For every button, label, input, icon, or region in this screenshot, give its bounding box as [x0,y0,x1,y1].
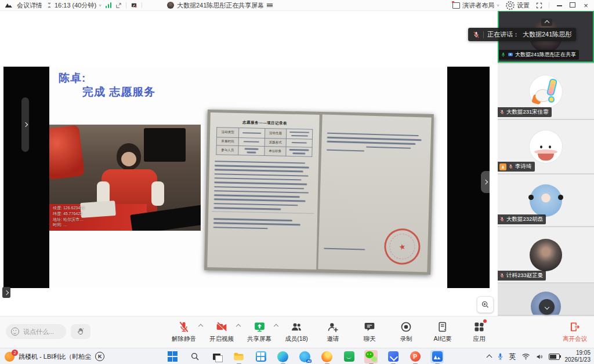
wps-button[interactable]: P [408,350,422,363]
tencent-meeting-button[interactable] [430,350,444,363]
titlebar: 会议详情 16:13 (40分钟) ˅ 大数据241陈思彤正在共享屏幕 演讲者布… [0,0,594,11]
quark-browser-button[interactable]: AI [298,350,312,363]
quick-chat-pill[interactable] [6,324,66,339]
volunteer-photo: 经度: 126.623412 纬度: 45.776422 地址: 哈尔滨市… 时… [49,125,201,231]
windows-taskbar: 2 跳楼机 - LBI利比（时柏尘 K AI P 英 [0,348,594,364]
members-button[interactable]: 成员(18) [285,321,308,343]
stage-prev-button[interactable] [2,287,10,298]
divider [126,2,126,8]
open-window-icon[interactable] [115,2,122,9]
participant-tile[interactable]: 李诗琦 [498,120,594,173]
kugou-k-icon[interactable]: K [95,352,104,361]
form-value [238,137,265,146]
tray-date: 2026/1/23 [565,356,591,364]
handwriting-line [214,199,306,202]
apps-button[interactable]: 应用 [468,321,491,343]
sidebar-expand-down-button[interactable] [539,299,555,315]
network-signal-icon[interactable] [106,2,112,8]
microsoft-store-button[interactable] [254,350,267,363]
fullscreen-icon[interactable] [536,2,542,9]
sharer-avatar [167,2,174,9]
more-options-caret[interactable] [198,324,203,329]
unmute-button[interactable]: 解除静音 [172,321,196,343]
app-store-button[interactable] [342,350,356,363]
blue-app-button[interactable] [386,350,400,363]
photo-shape-sleeve [151,181,164,206]
participant-namebar: 李诗琦 [498,162,535,172]
photo-watermark: 经度: 126.623412 纬度: 45.776422 地址: 哈尔滨市… 时… [53,206,85,228]
sharing-menu-icon[interactable] [267,3,273,8]
clock-widget[interactable]: 19:05 2026/1/23 [565,350,591,364]
button-label: 应用 [473,335,486,343]
leave-meeting-button[interactable]: 离开会议 [563,321,587,343]
task-view-button[interactable] [210,350,223,363]
photo-shape-banner [49,125,85,180]
camera-off-icon [215,321,228,333]
participant-name: 大数据231宋佳蓉 [506,108,549,116]
avatar-shape [528,195,534,200]
participant-name: 大数据232胡磊 [506,216,543,223]
toolbar-button-group: 解除静音 开启视频 共享屏幕 成员(18) 邀请 [172,321,491,343]
avatar-shape [540,145,542,148]
wifi-icon[interactable] [521,353,530,360]
invite-button[interactable]: 邀请 [321,321,345,343]
photo-shape-box [80,201,116,218]
handwriting-line [213,207,281,210]
titlebar-left: 会议详情 16:13 (40分钟) ˅ [0,1,142,10]
handwriting-line [327,132,419,136]
shared-screen-stage: 陈卓: 完成 志愿服务 经度: 126.6 [0,10,498,316]
settings-label: 设置 [517,1,530,10]
now-playing-widget[interactable]: 2 跳楼机 - LBI利比（时柏尘 K [5,348,104,364]
battery-icon[interactable] [549,354,560,360]
participant-tile[interactable]: 大数据232胡磊 [498,174,594,226]
handwriting-line [366,146,411,149]
minimize-button[interactable] [556,2,563,9]
share-screen-button[interactable]: 共享屏幕 [247,321,271,343]
start-video-button[interactable]: 开启视频 [209,321,234,343]
handwriting-line [215,169,303,173]
mic-muted-icon [508,164,513,169]
search-button[interactable] [188,350,201,363]
sharing-status-tab[interactable]: 大数据241陈思彤正在共享屏幕 [167,1,273,10]
whiteboard-pen-icon[interactable] [131,2,137,9]
tray-mic-icon[interactable] [497,352,504,361]
chat-button[interactable]: 聊天 [358,321,381,343]
meeting-details-button[interactable]: 会议详情 [17,1,42,10]
hidden-icons-chevron[interactable] [486,355,492,361]
zoom-in-button[interactable] [477,296,494,313]
wechat-button[interactable] [364,350,378,363]
sidebar-collapse-tab[interactable] [481,171,490,193]
chevron-down-icon [544,304,549,309]
chevron-up-icon [544,20,549,24]
ai-notes-button[interactable]: AI纪要 [431,321,454,343]
more-options-caret[interactable] [274,324,278,329]
record-icon [400,321,412,333]
record-button[interactable]: 录制 [394,321,418,343]
close-button[interactable]: × [582,1,589,10]
system-tray: 英 19:05 2026/1/23 [487,348,591,364]
sidebar-collapse-up-button[interactable] [541,19,552,26]
more-options-caret[interactable] [236,324,241,329]
settings-button[interactable]: 设置 [506,1,530,10]
layout-icon [452,2,460,9]
emoji-icon[interactable] [11,327,19,336]
layout-switch-button[interactable]: 演讲者布局 ˅ [452,1,499,10]
slide-nav-pill[interactable] [21,97,29,152]
speaking-name: 大数据241陈思彤 [523,30,571,39]
file-explorer-button[interactable] [232,350,245,363]
quick-chat-input[interactable] [22,327,63,336]
raise-hand-button[interactable] [71,324,90,339]
maximize-button[interactable] [569,2,576,9]
input-method-indicator[interactable]: 英 [509,352,516,362]
firefox-button[interactable] [320,350,334,363]
participant-tile[interactable]: 计科233赵芷曼 [498,227,594,282]
meeting-timer[interactable]: 16:13 (40分钟) ˅ [46,1,102,10]
tencent-meeting-icon [432,351,443,362]
participant-namebar: 大数据231宋佳蓉 [498,107,552,117]
speaker-icon[interactable] [535,353,544,361]
participant-tile[interactable]: 大数据231宋佳蓉 [498,64,594,119]
edge-button[interactable] [276,350,289,363]
music-player-icon[interactable]: 2 [5,352,15,362]
leave-meeting-icon [569,321,581,333]
start-button[interactable] [166,350,179,363]
